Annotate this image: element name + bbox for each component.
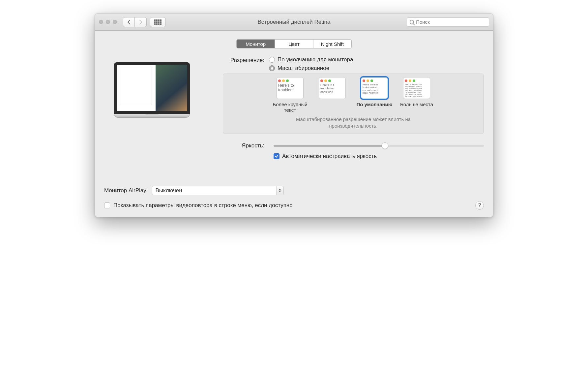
chevron-left-icon	[127, 20, 131, 24]
brightness-slider[interactable]	[274, 145, 484, 147]
search-field[interactable]	[407, 17, 489, 27]
close-icon[interactable]	[99, 20, 103, 24]
content: Монитор Цвет Night Shift Разрешение: По …	[95, 31, 493, 217]
settings-area: Разрешение: По умолчанию для монитора Ма…	[210, 56, 484, 160]
footer: Монитор AirPlay: Выключен Показывать пар…	[104, 186, 484, 210]
tabs: Монитор Цвет Night Shift	[236, 39, 352, 48]
grid-icon	[154, 19, 162, 25]
tab-nightshift[interactable]: Night Shift	[313, 40, 351, 48]
scale-label-default: По умолчанию	[356, 102, 392, 107]
checkbox-label: Автоматически настраивать яркость	[282, 153, 377, 160]
display-preview	[104, 56, 200, 160]
slider-knob[interactable]	[382, 142, 388, 149]
tab-monitor[interactable]: Монитор	[237, 40, 275, 48]
airplay-select[interactable]: Выключен	[152, 186, 284, 195]
preferences-window: Встроенный дисплей Retina Монитор Цвет N…	[95, 13, 493, 217]
thumb-text: Here's to t troublema ones who	[320, 83, 344, 94]
laptop-icon	[114, 62, 190, 160]
forward-button[interactable]	[135, 17, 147, 27]
radio-label: По умолчанию для монитора	[278, 56, 353, 63]
search-input[interactable]	[416, 19, 486, 25]
back-button[interactable]	[123, 17, 135, 27]
radio-scaled-resolution[interactable]: Масштабированное	[269, 65, 484, 72]
mirror-label: Показывать параметры видеоповтора в стро…	[113, 202, 293, 209]
thumb-text: Here's to the cr troublemakers. ones who…	[363, 83, 386, 95]
help-button[interactable]: ?	[475, 201, 484, 210]
brightness-label: Яркость:	[210, 142, 269, 149]
scale-label-larger: Более крупный текст	[272, 102, 308, 113]
radio-icon	[269, 65, 275, 71]
search-icon	[410, 20, 414, 24]
thumb-text: Here's to the crazy one troublemakers. T…	[405, 83, 428, 97]
thumb-text: Here's to troublem	[278, 83, 302, 93]
zoom-icon[interactable]	[113, 20, 117, 24]
radio-icon	[269, 57, 275, 63]
auto-brightness-checkbox[interactable]: Автоматически настраивать яркость	[274, 153, 484, 160]
airplay-value: Выключен	[156, 187, 182, 194]
show-all-button[interactable]	[150, 17, 166, 27]
scale-option-2[interactable]: Here's to t troublema ones who	[319, 77, 346, 99]
scale-option-3[interactable]: Here's to the cr troublemakers. ones who…	[361, 77, 388, 99]
airplay-label: Монитор AirPlay:	[104, 187, 148, 194]
radio-default-resolution[interactable]: По умолчанию для монитора	[269, 56, 484, 63]
tab-color[interactable]: Цвет	[275, 40, 313, 48]
scale-label-empty	[332, 102, 333, 107]
traffic-lights	[99, 20, 117, 24]
select-stepper-icon	[276, 186, 283, 195]
chevron-right-icon	[139, 20, 142, 24]
checkbox-icon	[274, 153, 279, 159]
nav-group	[123, 17, 147, 27]
scale-label-morespace: Больше места	[400, 102, 433, 107]
scale-option-4[interactable]: Here's to the crazy one troublemakers. T…	[403, 77, 430, 99]
scale-panel: Here's to troublem Более крупный текст H…	[223, 74, 484, 134]
minimize-icon[interactable]	[106, 20, 110, 24]
mirror-checkbox[interactable]	[104, 202, 110, 208]
scale-note: Масштабированное разрешение может влиять…	[228, 116, 478, 130]
scale-option-1[interactable]: Here's to troublem	[277, 77, 304, 99]
titlebar: Встроенный дисплей Retina	[95, 14, 493, 31]
radio-label: Масштабированное	[278, 65, 329, 72]
